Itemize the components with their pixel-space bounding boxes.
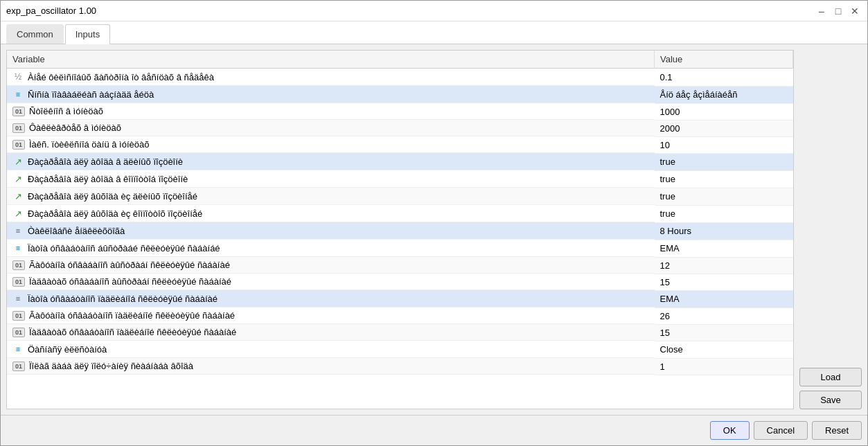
row-label: Ðàçàðåâîà äëÿ àôîäà â êîìïîòòîá ïîçöèîíè [28, 174, 649, 184]
side-buttons: Load Save [799, 50, 862, 409]
title-bar: exp_pa_oscillator 1.00 – □ ✕ [1, 1, 867, 21]
table-row: 01Ìàêñ. ïòèêëñíîá öàíü â ìóíèöàõ10 [7, 136, 793, 153]
table-row: 01Ïàäâàòàõ óñâàáàíîñ àûñòðàáí ñêëèóèÿûé … [7, 274, 793, 290]
row-label: Àíåé ôèëìñíîáûõ ãàñòðîíà îò âåñíöàõ â ñå… [28, 72, 649, 82]
maximize-button[interactable]: □ [831, 4, 845, 18]
table-row: ↗Ðàçàðåâîà äëÿ âûõîäà èç äëèíûõ ïîçöèîíå… [7, 188, 793, 205]
table-row: ↗Ðàçàðåâîà äëÿ àôîäà â äëèíûõ ïîçöèîíètr… [7, 153, 793, 170]
row-label: Ðàçàðåâîà äëÿ âûõîäà èç êîìïîòòîõ ïîçöèî… [28, 208, 649, 219]
01-icon: 01 [12, 260, 25, 270]
footer: OK Cancel Reset [1, 415, 867, 445]
table-row: ↗Ðàçàðåâîà äëÿ âûõîäà èç êîìïîòòîõ ïîçöè… [7, 205, 793, 222]
content-area: Variable Value ½Àíåé ôèëìñíîáûõ ãàñòðîíà… [1, 44, 867, 415]
tab-common[interactable]: Common [6, 24, 64, 44]
row-label: Ãàôóàíîà óñâàáàíîñ àûñòðàáí ñêëèóèÿûé ñà… [29, 260, 649, 270]
half-icon: ½ [12, 71, 24, 82]
reset-button[interactable]: Reset [812, 421, 862, 440]
row-value: EMA [655, 290, 793, 307]
stack-icon: ≡ [12, 344, 24, 355]
arrow-icon: ↗ [12, 208, 24, 219]
stack-icon: ≡ [12, 293, 24, 304]
parameters-table: Variable Value ½Àíåé ôèëìñíîáûõ ãàñòðîíà… [7, 51, 793, 375]
row-value: true [655, 153, 793, 170]
row-value: EMA [655, 240, 793, 257]
row-label: Ìàêñ. ïòèêëñíîá öàíü â ìóíèöàõ [29, 139, 649, 150]
01-icon: 01 [12, 328, 25, 337]
row-value: 8 Hours [655, 222, 793, 240]
table-row: 01Ãàôóàíîà óñâàáòàíîñ ïàäëèáíîé ñêëèóèÿû… [7, 307, 793, 324]
row-label: Ñòîëêíîñ â ìóíèöàõ [29, 106, 649, 116]
table-row: ≡Ñíñíà ïîàâàáëéàñ àáçíàää åéöàÅíö áåç åç… [7, 86, 793, 103]
row-value: 26 [655, 307, 793, 324]
row-value: true [655, 170, 793, 188]
row-value: 1 [655, 358, 793, 375]
table-row: ≡Ïàòîà óñâàáòàíîñ áûñòðàáé ñêëèóèÿûé ñàá… [7, 240, 793, 257]
table-row: ≡Òàêëîâáñè åíäêëèõöîãà8 Hours [7, 222, 793, 240]
row-label: Ðàçàðåâîà äëÿ âûõîäà èç äëèíûõ ïîçöèîíåé [28, 191, 649, 202]
row-label: Ãàôóàíîà óñâàáòàíîñ ïàäëèáíîé ñêëèóèÿûé … [29, 310, 649, 321]
row-label: Ïàäâàòàõ óñâàáàíîñ àûñòðàáí ñêëèóèÿûé ñà… [29, 276, 649, 287]
arrow-icon: ↗ [12, 173, 24, 184]
row-value: Close [655, 341, 793, 358]
col-variable: Variable [7, 51, 655, 69]
close-button[interactable]: ✕ [848, 4, 862, 18]
cancel-button[interactable]: Cancel [754, 421, 808, 440]
main-panel: Variable Value ½Àíåé ôèëìñíîáûõ ãàñòðîíà… [6, 50, 794, 409]
table-row: 01Ôàêëèâðòåõ â ìóíèöàõ2000 [7, 120, 793, 136]
table-row: 01Ïàäâàòàõ óñâàáòàíîñ ïàäëèáíîé ñêëèóèÿû… [7, 324, 793, 341]
01-icon: 01 [12, 140, 25, 150]
row-label: Ïàòîà óñâàáòàíîñ ïàäëèáíîá ñêëèóèÿûé ñàá… [28, 294, 649, 304]
table-row: ↗Ðàçàðåâîà äëÿ àôîäà â êîìïîòòîá ïîçöèîí… [7, 170, 793, 188]
row-value: 2000 [655, 120, 793, 136]
load-button[interactable]: Load [799, 368, 862, 386]
01-icon: 01 [12, 277, 25, 287]
row-value: true [655, 205, 793, 222]
stack-icon: ≡ [12, 89, 24, 100]
row-label: Ðàçàðåâîà äëÿ àôîäà â äëèíûõ ïîçöèîíè [28, 157, 649, 167]
row-label: Ïàòîà óñâàáòàíîñ áûñòðàáé ñêëèóèÿûé ñàáà… [28, 243, 649, 253]
row-value: 12 [655, 257, 793, 274]
minimize-button[interactable]: – [815, 4, 829, 18]
row-value: true [655, 188, 793, 205]
table-header: Variable Value [7, 51, 793, 69]
row-label: Ôàêëèâðòåõ â ìóíèöàõ [29, 123, 649, 133]
table-row: ½Àíåé ôèëìñíîáûõ ãàñòðîíà îò âåñíöàõ â ñ… [7, 69, 793, 87]
01-icon: 01 [12, 123, 25, 133]
stack-icon: ≡ [12, 225, 24, 236]
arrow-icon: ↗ [12, 190, 24, 202]
row-value: Åíö áåç åçìåáíàéåñ [655, 86, 793, 103]
stack-icon: ≡ [12, 242, 24, 253]
window: exp_pa_oscillator 1.00 – □ ✕ Common Inpu… [0, 0, 868, 446]
row-label: Öàñíàñÿ èëëñòàíóà [28, 344, 649, 355]
window-title: exp_pa_oscillator 1.00 [6, 6, 96, 16]
row-value: 0.1 [655, 69, 793, 87]
table-row: 01Ñòîëêíîñ â ìóíèöàõ1000 [7, 103, 793, 120]
row-label: Ïîëàã äàáà äëÿ ïîëó÷àíèÿ ñèàáíàáà âõîäà [29, 361, 649, 371]
01-icon: 01 [12, 362, 25, 371]
row-label: Ïàäâàòàõ óñâàáòàíîñ ïàäëèáíîé ñêëèóèÿûé … [29, 327, 649, 337]
01-icon: 01 [12, 107, 25, 116]
01-icon: 01 [12, 311, 25, 321]
row-label: Òàêëîâáñè åíäêëèõöîãà [28, 226, 649, 236]
save-button[interactable]: Save [799, 391, 862, 409]
title-controls: – □ ✕ [815, 4, 862, 18]
row-value: 10 [655, 136, 793, 153]
tabs-bar: Common Inputs [1, 21, 867, 44]
table-container[interactable]: Variable Value ½Àíåé ôèëìñíîáûõ ãàñòðîíà… [6, 50, 794, 409]
table-row: ≡Ïàòîà óñâàáòàíîñ ïàäëèáíîá ñêëèóèÿûé ñà… [7, 290, 793, 307]
table-row: 01Ïîëàã äàáà äëÿ ïîëó÷àíèÿ ñèàáíàáà âõîä… [7, 358, 793, 375]
table-row: 01Ãàôóàíîà óñâàáàíîñ àûñòðàáí ñêëèóèÿûé … [7, 257, 793, 274]
ok-button[interactable]: OK [710, 421, 750, 440]
table-row: ≡Öàñíàñÿ èëëñòàíóàClose [7, 341, 793, 358]
tab-inputs[interactable]: Inputs [65, 24, 110, 44]
row-value: 15 [655, 274, 793, 290]
row-value: 1000 [655, 103, 793, 120]
arrow-icon: ↗ [12, 156, 24, 167]
row-label: Ñíñíà ïîàâàáëéàñ àáçíàää åéöà [28, 89, 649, 100]
row-value: 15 [655, 324, 793, 341]
col-value: Value [655, 51, 793, 69]
